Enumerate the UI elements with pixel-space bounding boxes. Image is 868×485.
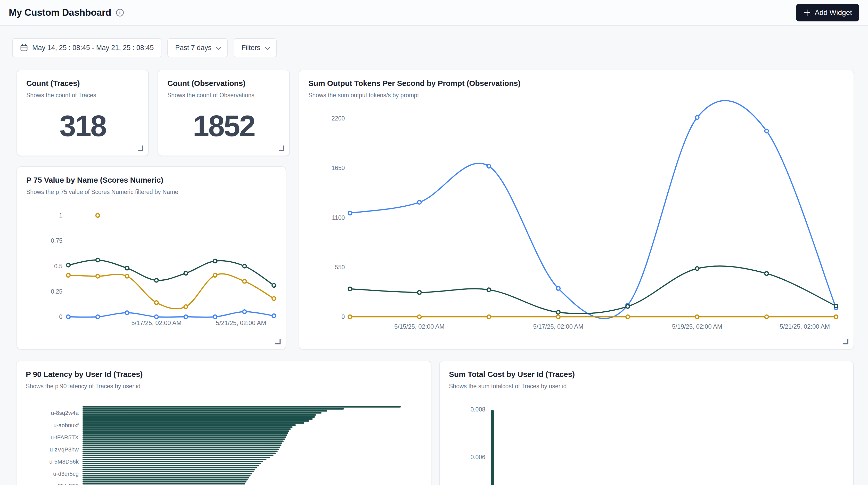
- svg-text:1: 1: [59, 212, 62, 219]
- filter-bar: May 14, 25 : 08:45 - May 21, 25 : 08:45 …: [12, 38, 277, 57]
- widget-card-p90-latency: P 90 Latency by User Id (Traces) Shows t…: [16, 361, 431, 485]
- widget-card-count-observations: Count (Observations) Shows the count of …: [158, 70, 290, 156]
- widget-subtitle: Shows the p 75 value of Scores Numeric f…: [26, 189, 276, 195]
- widget-subtitle: Shows the count of Traces: [26, 92, 139, 99]
- svg-text:0.006: 0.006: [470, 454, 485, 460]
- date-range-picker[interactable]: May 14, 25 : 08:45 - May 21, 25 : 08:45: [12, 38, 161, 57]
- info-icon[interactable]: [116, 8, 124, 17]
- tokens-line-chart: 05501100165022005/15/25, 02:00 AM5/17/25…: [299, 70, 854, 350]
- svg-text:u-d3qr5cg: u-d3qr5cg: [53, 471, 79, 477]
- widget-card-tokens-per-second: Sum Output Tokens Per Second by Prompt (…: [299, 70, 854, 350]
- svg-text:2200: 2200: [332, 115, 345, 122]
- page-header: My Custom Dashboard Add Widget: [0, 0, 868, 26]
- svg-text:0: 0: [341, 313, 345, 320]
- widget-title: Count (Traces): [26, 79, 139, 88]
- svg-text:5/17/25, 02:00 AM: 5/17/25, 02:00 AM: [533, 323, 583, 330]
- metric-value: 318: [17, 109, 148, 143]
- widget-subtitle: Shows the sum output tokens/s by prompt: [308, 92, 844, 99]
- svg-text:1100: 1100: [332, 214, 345, 221]
- svg-text:u-8fVa9T3: u-8fVa9T3: [53, 483, 79, 485]
- svg-text:u-5M8D56k: u-5M8D56k: [49, 458, 79, 465]
- widget-card-total-cost: Sum Total Cost by User Id (Traces) Shows…: [439, 361, 854, 485]
- svg-text:u-aobnuxf: u-aobnuxf: [53, 422, 79, 428]
- chevron-down-icon: [216, 44, 221, 50]
- widget-title: Count (Observations): [167, 79, 280, 88]
- date-range-label: May 14, 25 : 08:45 - May 21, 25 : 08:45: [32, 44, 154, 52]
- plus-icon: [803, 9, 811, 17]
- svg-text:5/15/25, 02:00 AM: 5/15/25, 02:00 AM: [394, 323, 444, 330]
- filters-dropdown[interactable]: Filters: [234, 38, 277, 57]
- svg-text:0.75: 0.75: [51, 237, 62, 244]
- widget-title: P 75 Value by Name (Scores Numeric): [26, 176, 276, 184]
- time-preset-dropdown[interactable]: Past 7 days: [167, 38, 228, 57]
- widget-subtitle: Shows the count of Observations: [167, 92, 280, 99]
- svg-text:550: 550: [335, 264, 345, 271]
- cost-bar-chart: 0.0080.006: [440, 361, 854, 485]
- widget-title: P 90 Latency by User Id (Traces): [26, 370, 422, 379]
- resize-handle[interactable]: [138, 146, 143, 151]
- svg-text:5/21/25, 02:00 AM: 5/21/25, 02:00 AM: [216, 320, 266, 326]
- svg-text:1650: 1650: [332, 164, 345, 171]
- svg-text:u-tFAR5TX: u-tFAR5TX: [51, 434, 79, 441]
- time-preset-label: Past 7 days: [175, 44, 212, 52]
- svg-text:u-zVqP3hw: u-zVqP3hw: [50, 446, 79, 453]
- svg-text:0.008: 0.008: [470, 406, 485, 413]
- widget-subtitle: Shows the p 90 latency of Traces by user…: [26, 383, 422, 390]
- p90-bar-chart: u-8sq2w4au-aobnuxfu-tFAR5TXu-zVqP3hwu-5M…: [17, 361, 431, 485]
- svg-text:0.5: 0.5: [54, 263, 62, 270]
- chevron-down-icon: [265, 44, 270, 50]
- svg-text:u-8sq2w4a: u-8sq2w4a: [51, 410, 79, 416]
- widget-card-p75-value: P 75 Value by Name (Scores Numeric) Show…: [17, 166, 286, 350]
- svg-text:5/17/25, 02:00 AM: 5/17/25, 02:00 AM: [131, 320, 182, 326]
- add-widget-label: Add Widget: [815, 8, 852, 17]
- widget-card-count-traces: Count (Traces) Shows the count of Traces…: [17, 70, 149, 156]
- resize-handle[interactable]: [275, 339, 281, 344]
- calendar-icon: [20, 43, 28, 52]
- widget-title: Sum Total Cost by User Id (Traces): [449, 370, 844, 379]
- resize-handle[interactable]: [843, 339, 848, 344]
- metric-value: 1852: [158, 109, 289, 143]
- widget-subtitle: Shows the sum totalcost of Traces by use…: [449, 383, 844, 390]
- svg-text:5/19/25, 02:00 AM: 5/19/25, 02:00 AM: [672, 323, 722, 330]
- resize-handle[interactable]: [279, 146, 284, 151]
- filters-label: Filters: [241, 44, 260, 52]
- svg-text:0: 0: [59, 313, 62, 320]
- svg-text:5/21/25, 02:00 AM: 5/21/25, 02:00 AM: [780, 323, 830, 330]
- svg-text:0.25: 0.25: [51, 288, 62, 295]
- widget-title: Sum Output Tokens Per Second by Prompt (…: [308, 79, 844, 88]
- page-title: My Custom Dashboard: [9, 7, 111, 18]
- add-widget-button[interactable]: Add Widget: [796, 4, 859, 22]
